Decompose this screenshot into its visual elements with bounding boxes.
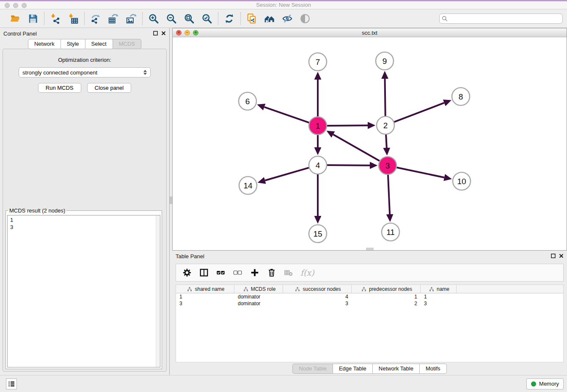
table-cell[interactable]: 1	[421, 294, 457, 300]
graph-edge-1-2[interactable]	[326, 125, 368, 126]
network-view-title: scc.txt	[173, 30, 567, 36]
memory-label: Memory	[539, 381, 559, 387]
graph-node-1[interactable]: 1	[309, 117, 327, 135]
network-canvas[interactable]: 1234678910111415	[173, 37, 567, 250]
table-cell[interactable]: 1	[176, 294, 234, 300]
node-table: shared nameMCDS rolesuccessor nodesprede…	[176, 284, 564, 362]
export-network-icon[interactable]	[90, 13, 102, 25]
table-cell[interactable]: dominator	[234, 301, 283, 306]
graph-edge-2-8[interactable]	[393, 103, 444, 122]
graph-node-7[interactable]: 7	[309, 53, 327, 71]
close-panel-button[interactable]: Close panel	[87, 83, 132, 93]
graph-node-15[interactable]: 15	[309, 225, 327, 243]
networks-home-icon[interactable]	[264, 13, 275, 25]
control-panel-tabs: NetworkStyleSelectMCDS	[0, 39, 169, 49]
search-input[interactable]	[439, 14, 563, 24]
tab-network-table[interactable]: Network Table	[373, 364, 420, 374]
graph-node-4[interactable]: 4	[309, 156, 327, 174]
open-session-icon[interactable]	[9, 13, 21, 25]
mcds-result-area[interactable]: 1 3	[7, 215, 160, 367]
window-minimize-button[interactable]	[13, 3, 18, 8]
optimization-criterion-label: Optimization criterion:	[3, 57, 166, 63]
column-header-name[interactable]: name	[421, 285, 457, 293]
network-graph[interactable]: 1234678910111415	[173, 37, 567, 250]
tab-node-table[interactable]: Node Table	[292, 364, 333, 374]
zoom-in-icon[interactable]	[148, 13, 160, 25]
column-label: name	[437, 286, 449, 292]
zoom-out-icon[interactable]	[165, 13, 177, 25]
table-panel-close-button[interactable]	[559, 252, 564, 260]
table-row[interactable]: 3dominator323	[176, 300, 563, 307]
table-cell[interactable]: 4	[283, 294, 352, 300]
column-header-shared-name[interactable]: shared name	[176, 285, 234, 293]
table-cell[interactable]: 2	[352, 301, 421, 306]
deselect-all-icon[interactable]	[233, 268, 243, 278]
graph-edge-4-3[interactable]	[326, 165, 370, 166]
table-panel-float-button[interactable]	[551, 252, 556, 260]
graph-node-11[interactable]: 11	[382, 223, 399, 241]
mcds-result-scrollbar[interactable]	[156, 215, 160, 367]
select-all-icon[interactable]	[216, 268, 226, 278]
graph-node-10[interactable]: 10	[453, 172, 471, 190]
column-header-MCDS-role[interactable]: MCDS role	[234, 285, 283, 293]
graph-edge-1-6[interactable]	[264, 107, 310, 123]
graph-node-9[interactable]: 9	[376, 52, 394, 70]
refresh-layout-icon[interactable]	[223, 13, 235, 25]
tab-mcds[interactable]: MCDS	[113, 39, 141, 49]
graph-node-8[interactable]: 8	[452, 88, 470, 105]
export-image-icon[interactable]	[125, 13, 137, 25]
export-table-icon[interactable]	[107, 13, 119, 25]
graph-node-3[interactable]: 3	[379, 157, 396, 174]
memory-button[interactable]: Memory	[526, 378, 564, 389]
table-cell[interactable]: 1	[352, 294, 421, 300]
delete-column-icon[interactable]	[267, 268, 277, 278]
network-view-titlebar[interactable]: scc.txt × − +	[173, 28, 567, 37]
duplicate-network-icon[interactable]	[246, 13, 258, 25]
table-cell[interactable]: dominator	[234, 294, 283, 300]
window-close-button[interactable]	[5, 3, 10, 8]
add-column-icon[interactable]	[250, 268, 260, 278]
graph-edge-2-9[interactable]	[385, 79, 385, 117]
import-network-icon[interactable]	[50, 13, 61, 25]
tab-edge-table[interactable]: Edge Table	[333, 364, 373, 374]
table-cell[interactable]: 3	[421, 301, 457, 306]
columns-icon[interactable]	[199, 268, 209, 278]
network-resize-grip[interactable]	[366, 248, 374, 250]
graph-node-6[interactable]: 6	[239, 92, 256, 110]
zoom-fit-icon[interactable]	[183, 13, 195, 25]
panel-splitter[interactable]	[169, 28, 172, 375]
search-icon	[442, 16, 448, 23]
task-history-button[interactable]	[6, 378, 17, 389]
column-header-successor-nodes[interactable]: successor nodes	[283, 285, 352, 293]
control-panel-close-button[interactable]	[161, 30, 166, 37]
svg-text:4: 4	[316, 161, 320, 170]
hide-eye-icon[interactable]	[281, 13, 293, 25]
control-panel-float-button[interactable]	[153, 30, 158, 37]
table-cell[interactable]: 3	[176, 301, 234, 306]
zoom-selected-icon[interactable]	[201, 13, 213, 25]
save-session-icon[interactable]	[27, 13, 39, 25]
window-zoom-button[interactable]	[22, 3, 27, 8]
graph-node-14[interactable]: 14	[239, 177, 257, 194]
graph-edge-4-14[interactable]	[265, 167, 310, 180]
tab-motifs[interactable]: Motifs	[420, 364, 447, 374]
column-sort-icon	[243, 287, 248, 292]
status-bar: Memory	[0, 375, 567, 392]
tab-select[interactable]: Select	[85, 39, 113, 49]
select-chevrons-icon	[143, 70, 147, 75]
tab-style[interactable]: Style	[61, 39, 85, 49]
graph-node-2[interactable]: 2	[377, 116, 394, 134]
column-header-predecessor-nodes[interactable]: predecessor nodes	[352, 285, 421, 293]
graph-edge-3-11[interactable]	[388, 174, 390, 214]
settings-gear-icon[interactable]	[182, 268, 192, 278]
tab-network[interactable]: Network	[28, 39, 61, 49]
table-cell[interactable]: 3	[283, 301, 352, 306]
table-row[interactable]: 1dominator411	[176, 293, 563, 300]
table-panel: Table Panel	[172, 251, 567, 375]
graph-edge-3-10[interactable]	[396, 167, 444, 177]
graph-edge-2-3[interactable]	[386, 133, 387, 148]
graph-edge-3-1[interactable]	[333, 135, 380, 162]
criterion-select[interactable]: strongly connected component	[19, 67, 151, 77]
run-mcds-button[interactable]: Run MCDS	[38, 83, 81, 93]
import-table-icon[interactable]	[67, 13, 79, 25]
